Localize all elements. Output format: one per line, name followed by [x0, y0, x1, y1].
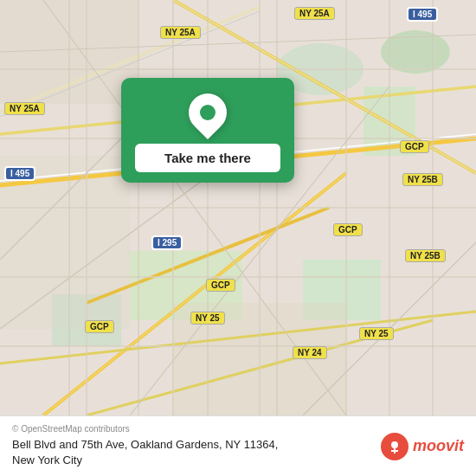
- road-label-ny25-1: NY 25: [190, 312, 225, 325]
- road-label-i495-top: I 495: [407, 7, 438, 22]
- road-label-ny24: NY 24: [293, 346, 327, 359]
- location-card: Take me there: [121, 78, 294, 183]
- map-svg: [0, 0, 476, 415]
- bottom-left: © OpenStreetMap contributors Bell Blvd a…: [12, 424, 372, 468]
- moovit-logo: moovit: [381, 433, 464, 460]
- road-label-i495-left: I 495: [4, 166, 35, 181]
- road-label-gcp2: GCP: [206, 279, 235, 292]
- bottom-bar: © OpenStreetMap contributors Bell Blvd a…: [0, 415, 476, 476]
- road-label-ny25a-left: NY 25A: [4, 102, 45, 115]
- address-line1: Bell Blvd and 75th Ave, Oakland Gardens,…: [12, 438, 278, 451]
- road-label-ny25a-mid: NY 25A: [160, 26, 201, 39]
- road-label-ny25a-top: NY 25A: [294, 7, 335, 20]
- road-label-gcp3: GCP: [85, 320, 114, 333]
- map-container: NY 25A NY 25A NY 25A NY 25A I 495 I 495 …: [0, 0, 476, 415]
- osm-attribution: © OpenStreetMap contributors: [12, 424, 372, 434]
- road-label-i295: I 295: [151, 235, 183, 250]
- moovit-icon: [381, 433, 408, 460]
- road-label-gcp4: GCP: [400, 140, 429, 153]
- road-label-gcp1: GCP: [333, 223, 363, 236]
- location-address: Bell Blvd and 75th Ave, Oakland Gardens,…: [12, 437, 372, 468]
- pin-inner: [200, 105, 215, 120]
- svg-point-43: [391, 441, 398, 448]
- road-label-ny25b: NY 25B: [402, 173, 443, 186]
- take-me-there-button[interactable]: Take me there: [135, 144, 280, 172]
- road-label-ny25-2: NY 25: [359, 327, 394, 340]
- road-label-ny25b-2: NY 25B: [405, 249, 446, 262]
- location-pin: [181, 86, 235, 139]
- address-line2: New York City: [12, 453, 82, 466]
- moovit-svg-icon: [386, 438, 403, 455]
- attribution-text: © OpenStreetMap contributors: [12, 424, 130, 434]
- moovit-brand-text: moovit: [413, 437, 464, 455]
